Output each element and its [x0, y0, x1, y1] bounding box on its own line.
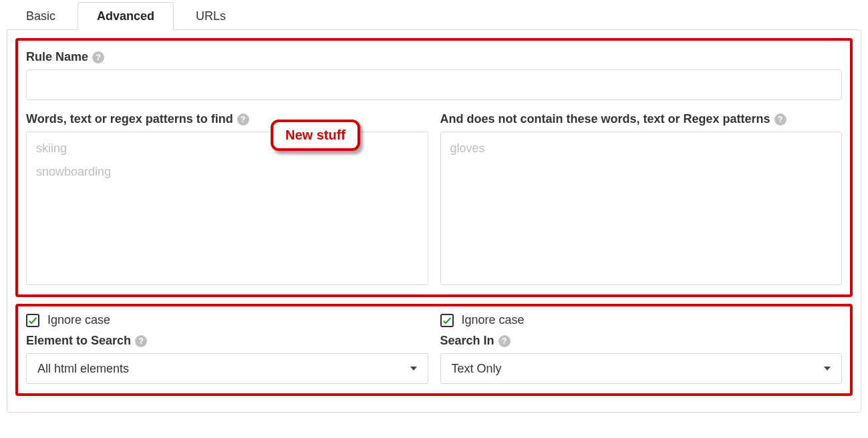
- exclude-label-row: And does not contain these words, text o…: [440, 112, 843, 126]
- rule-name-label-row: Rule Name ?: [26, 50, 842, 64]
- ignore-case-label-right: Ignore case: [462, 313, 525, 327]
- find-pattern-item: skiing: [36, 142, 418, 156]
- element-to-search-value: All html elements: [37, 362, 129, 376]
- chevron-down-icon: [410, 367, 417, 371]
- ignore-case-label-left: Ignore case: [47, 313, 110, 327]
- exclude-pattern-item: gloves: [450, 142, 833, 156]
- element-to-search-label: Element to Search: [26, 334, 131, 348]
- help-icon[interactable]: ?: [135, 335, 147, 347]
- advanced-panel: Rule Name ? Words, text or regex pattern…: [7, 29, 861, 413]
- help-icon[interactable]: ?: [498, 335, 511, 347]
- ignore-case-checkbox-left[interactable]: [26, 314, 39, 327]
- find-pattern-item: snowboarding: [36, 165, 418, 179]
- help-icon[interactable]: ?: [774, 114, 786, 126]
- tab-advanced[interactable]: Advanced: [78, 2, 174, 30]
- search-in-label-row: Search In ?: [440, 334, 843, 348]
- find-patterns-input[interactable]: skiing snowboarding: [26, 132, 428, 285]
- help-icon[interactable]: ?: [237, 114, 249, 126]
- element-to-search-label-row: Element to Search ?: [26, 334, 428, 348]
- check-icon: [27, 315, 38, 326]
- find-label: Words, text or regex patterns to find: [26, 112, 233, 126]
- tab-urls[interactable]: URLs: [176, 2, 245, 30]
- help-icon[interactable]: ?: [92, 51, 104, 63]
- callout-new-stuff: New stuff: [271, 120, 360, 151]
- exclude-patterns-input[interactable]: gloves: [440, 132, 843, 285]
- ignore-case-checkbox-right[interactable]: [440, 314, 454, 327]
- find-label-row: Words, text or regex patterns to find ?: [26, 112, 428, 126]
- exclude-label: And does not contain these words, text o…: [440, 112, 770, 126]
- search-in-label: Search In: [440, 334, 494, 348]
- check-icon: [442, 315, 452, 326]
- rule-name-input[interactable]: [26, 69, 842, 100]
- tab-basic[interactable]: Basic: [7, 2, 75, 30]
- tab-bar: Basic Advanced URLs: [7, 1, 861, 29]
- chevron-down-icon: [824, 367, 831, 371]
- element-to-search-select[interactable]: All html elements: [26, 353, 428, 384]
- search-in-value: Text Only: [452, 362, 502, 376]
- highlight-box-bottom: Ignore case Element to Search ? All html…: [15, 304, 853, 396]
- search-in-select[interactable]: Text Only: [440, 353, 843, 384]
- highlight-box-top: Rule Name ? Words, text or regex pattern…: [15, 38, 853, 297]
- rule-name-label: Rule Name: [26, 50, 88, 64]
